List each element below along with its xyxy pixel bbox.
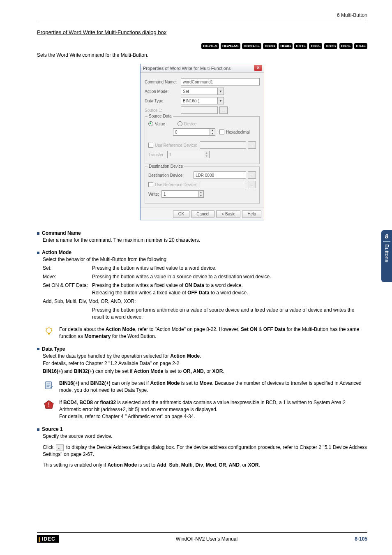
- tip-note: For details about the Action Mode, refer…: [43, 326, 367, 340]
- warning-icon: !: [43, 399, 55, 412]
- section-title: Properties of Word Write for Multi-Funct…: [37, 29, 367, 35]
- chevron-down-icon[interactable]: ▼: [218, 88, 224, 95]
- source1-input: [181, 106, 218, 114]
- page-number: 8-105: [355, 536, 367, 542]
- action-mode-select[interactable]: Set: [181, 88, 218, 95]
- transfer-stepper: 1: [167, 151, 204, 158]
- source1-l1: Specify the source word device.: [43, 433, 367, 440]
- warning-note: ! If BCD4, BCD8 or float32 is selected a…: [43, 399, 367, 421]
- def-set: Set:Pressing the button writes a fixed v…: [43, 265, 367, 272]
- source1-l2: Click ... to display the Device Address …: [43, 444, 367, 458]
- chevron-down-icon[interactable]: ▼: [218, 97, 224, 104]
- use-ref-label: Use Reference Device:: [155, 143, 197, 148]
- properties-dialog: Properties of Word Write for Multi-Funct…: [140, 64, 264, 220]
- note-icon: [43, 380, 55, 393]
- command-name-heading: Command Name: [37, 230, 367, 236]
- badge: HG2G-S: [201, 43, 219, 49]
- use-ref-input: [200, 141, 246, 149]
- dest-use-ref-checkbox: [148, 182, 153, 187]
- browse-button: ...: [219, 106, 228, 114]
- data-type-l3: BIN16(+) and BIN32(+) can only be set if…: [43, 368, 367, 375]
- dialog-titlebar: Properties of Word Write for Multi-Funct…: [141, 64, 264, 73]
- info-note: BIN16(+) and BIN32(+) can only be set if…: [43, 380, 367, 394]
- footer-manual: WindO/I-NV2 User's Manual: [176, 536, 238, 542]
- cancel-button[interactable]: Cancel: [191, 210, 214, 217]
- data-type-label: Data Type:: [145, 99, 181, 103]
- dest-device-label: Destination Device:: [148, 173, 194, 178]
- chapter-side-tab: 8 Buttons: [381, 230, 392, 282]
- command-name-desc: Enter a name for the command. The maximu…: [43, 237, 367, 244]
- close-icon[interactable]: ✕: [254, 65, 262, 71]
- def-setonoff: Set ON & OFF Data: Pressing the button w…: [43, 282, 367, 296]
- badge: HG2G-5F: [242, 43, 261, 49]
- lightbulb-icon: [43, 326, 55, 339]
- data-type-heading: Data Type: [37, 346, 367, 352]
- model-badges: HG2G-S HG2G-5S HG2G-5F HG3G HG4G HG1F HG…: [37, 43, 367, 49]
- write-label: Write:: [148, 192, 159, 197]
- data-type-l2: For details, refer to Chapter 2 "1.2 Ava…: [43, 360, 367, 367]
- hex-label: Hexadecimal: [226, 130, 250, 134]
- badge: HG3G: [263, 43, 277, 49]
- ok-button[interactable]: OK: [173, 210, 189, 217]
- use-ref-checkbox: [148, 143, 153, 148]
- badge: HG2G-5S: [221, 43, 240, 49]
- browse-button: ...: [248, 141, 256, 149]
- browse-button: ...: [248, 181, 256, 188]
- value-radio[interactable]: [148, 121, 153, 126]
- svg-text:!: !: [48, 401, 50, 408]
- chapter-label: Buttons: [384, 244, 390, 262]
- dest-device-input[interactable]: LDR 0000: [194, 171, 246, 179]
- action-mode-heading: Action Mode: [37, 250, 367, 255]
- data-type-select[interactable]: BIN16(+): [181, 97, 218, 104]
- source1-l3: This setting is enabled only if Action M…: [43, 462, 367, 469]
- dest-use-ref-label: Use Reference Device:: [155, 183, 197, 187]
- device-radio-label: Device: [184, 122, 197, 126]
- badge: HG1F: [294, 43, 307, 49]
- basic-button[interactable]: < Basic: [216, 210, 240, 217]
- action-mode-lead: Select the behavior of the Multi-Button …: [43, 256, 367, 263]
- device-radio[interactable]: [178, 121, 182, 126]
- badge: HG4G: [279, 43, 293, 49]
- svg-point-0: [46, 328, 52, 333]
- badge: HG2S: [324, 43, 338, 49]
- browse-button[interactable]: ...: [248, 171, 256, 179]
- source1-heading: Source 1: [37, 426, 367, 432]
- source1-label: Source 1:: [145, 108, 181, 113]
- help-button[interactable]: Help: [242, 210, 261, 217]
- write-stepper[interactable]: 1: [161, 190, 198, 198]
- brand-logo: IDEC: [37, 535, 59, 543]
- dialog-title-text: Properties of Word Write for Multi-Funct…: [143, 66, 231, 71]
- badge: HG3F: [339, 43, 353, 49]
- def-move: Move:Pressing the button writes a value …: [43, 273, 367, 280]
- chapter-number: 8: [383, 233, 390, 242]
- destination-legend: Destination Device: [148, 164, 184, 169]
- page-header: 6 Multi-Button: [37, 12, 367, 20]
- command-name-label: Command Name:: [145, 80, 181, 84]
- def-math-desc: Pressing the button performs arithmetic …: [43, 307, 367, 321]
- command-name-input[interactable]: wordCommand1: [181, 78, 260, 86]
- spinner-icon: ▲▼: [204, 151, 210, 158]
- action-mode-label: Action Mode:: [145, 89, 181, 94]
- hex-checkbox[interactable]: [219, 130, 224, 134]
- intro-text: Sets the Word Write command for the Mult…: [37, 52, 367, 58]
- transfer-label: Transfer:: [148, 153, 165, 157]
- page-footer: IDEC WindO/I-NV2 User's Manual 8-105: [37, 532, 367, 543]
- badge: HG4F: [354, 43, 367, 49]
- def-math-term: Add, Sub, Multi, Div, Mod, OR, AND, XOR:: [43, 298, 367, 305]
- data-type-l1: Select the data type handled by the oper…: [43, 353, 367, 360]
- source-data-group: Source Data Value Device 0▲▼ Hexadecimal: [145, 116, 260, 164]
- dest-use-ref-input: [200, 181, 246, 188]
- source-data-legend: Source Data: [148, 114, 173, 118]
- value-stepper[interactable]: 0: [173, 128, 210, 136]
- destination-group: Destination Device Destination Device: L…: [145, 166, 260, 204]
- browse-button-inline[interactable]: ...: [56, 444, 63, 451]
- value-radio-label: Value: [155, 122, 165, 126]
- spinner-icon[interactable]: ▲▼: [210, 128, 215, 136]
- badge: HG2F: [309, 43, 322, 49]
- spinner-icon[interactable]: ▲▼: [198, 190, 204, 198]
